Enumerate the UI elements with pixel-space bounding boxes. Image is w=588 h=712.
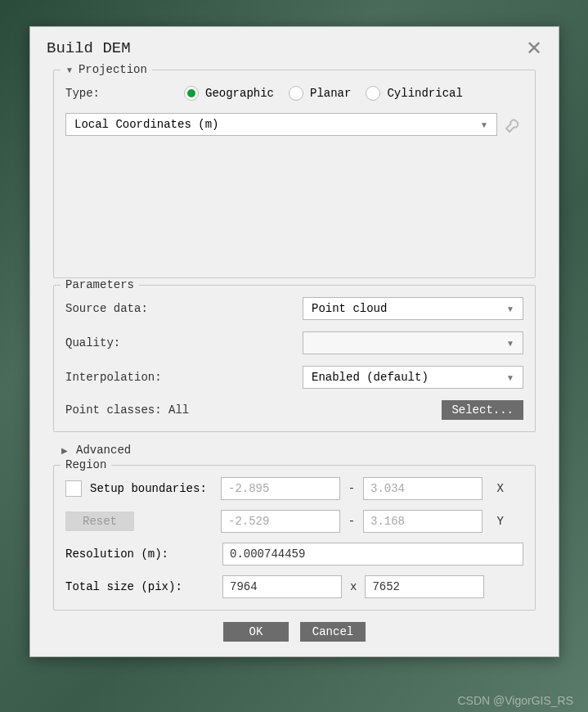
chevron-down-icon: ▼ <box>506 304 514 313</box>
point-classes-label: Point classes: All <box>65 403 442 417</box>
y-min-input[interactable] <box>221 510 340 533</box>
quality-combo[interactable]: ▼ <box>303 331 523 354</box>
dialog-body: ▼ Projection Type: Geographic Planar <box>30 66 559 656</box>
radio-geographic-label: Geographic <box>205 87 274 100</box>
x-axis-label: X <box>489 482 504 495</box>
type-radio-group: Geographic Planar Cylindrical <box>184 86 523 101</box>
quality-row: Quality: ▼ <box>65 331 523 354</box>
resolution-input[interactable] <box>222 543 523 566</box>
radio-planar-label: Planar <box>310 87 351 100</box>
radio-icon <box>289 86 303 101</box>
source-data-row: Source data: Point cloud ▼ <box>65 297 523 320</box>
radio-geographic[interactable]: Geographic <box>184 86 274 101</box>
chevron-right-icon: ▶ <box>61 446 68 455</box>
resolution-row: Resolution (m): <box>65 543 523 566</box>
advanced-header[interactable]: ▶ Advanced <box>53 439 536 465</box>
total-size-row: Total size (pix): x <box>65 575 523 598</box>
parameters-legend: Parameters <box>61 278 139 291</box>
parameters-group: Parameters Source data: Point cloud ▼ Qu… <box>53 285 536 432</box>
radio-icon <box>184 86 199 101</box>
wrench-icon[interactable] <box>504 115 523 134</box>
source-data-label: Source data: <box>65 302 303 315</box>
size-separator: x <box>350 580 357 593</box>
advanced-legend-text: Advanced <box>76 444 131 457</box>
projection-group: ▼ Projection Type: Geographic Planar <box>53 70 536 278</box>
coord-system-combo[interactable]: Local Coordinates (m) ▼ <box>65 113 497 136</box>
quality-label: Quality: <box>65 336 303 349</box>
type-label: Type: <box>65 87 184 100</box>
chevron-down-icon: ▼ <box>480 120 488 129</box>
total-size-w-input[interactable] <box>222 575 342 598</box>
source-data-combo[interactable]: Point cloud ▼ <box>303 297 523 320</box>
total-size-h-input[interactable] <box>365 575 484 598</box>
chevron-down-icon: ▼ <box>506 373 514 382</box>
boundaries-y-row: Reset - Y <box>65 510 523 533</box>
ok-button[interactable]: OK <box>223 622 289 642</box>
dash-separator: - <box>347 515 357 528</box>
region-group: Region Setup boundaries: - X Reset - <box>53 465 536 611</box>
cancel-button[interactable]: Cancel <box>300 622 366 642</box>
type-row: Type: Geographic Planar Cylindrical <box>65 82 523 105</box>
interpolation-combo[interactable]: Enabled (default) ▼ <box>303 366 523 389</box>
chevron-down-icon: ▼ <box>506 339 514 348</box>
reset-area: Reset <box>65 511 214 531</box>
close-icon[interactable]: ✕ <box>526 38 542 58</box>
setup-boundaries-area: Setup boundaries: <box>65 480 214 497</box>
boundaries-x-row: Setup boundaries: - X <box>65 477 523 500</box>
select-button[interactable]: Select... <box>442 400 523 420</box>
dialog-header: Build DEM ✕ <box>30 27 559 66</box>
watermark: CSDN @VigorGIS_RS <box>457 694 573 707</box>
interpolation-row: Interpolation: Enabled (default) ▼ <box>65 366 523 389</box>
total-size-label: Total size (pix): <box>65 580 222 593</box>
interpolation-value: Enabled (default) <box>312 371 429 384</box>
dialog-title: Build DEM <box>47 39 131 57</box>
build-dem-dialog: Build DEM ✕ ▼ Projection Type: Geographi… <box>29 26 559 657</box>
dash-separator: - <box>347 482 357 495</box>
y-max-input[interactable] <box>363 510 483 533</box>
radio-icon <box>366 86 380 101</box>
parameters-legend-text: Parameters <box>65 278 134 291</box>
x-min-input[interactable] <box>221 477 340 500</box>
projection-legend[interactable]: ▼ Projection <box>61 63 152 76</box>
y-axis-label: Y <box>489 515 504 528</box>
region-legend-text: Region <box>65 458 106 471</box>
x-max-input[interactable] <box>363 477 483 500</box>
radio-cylindrical[interactable]: Cylindrical <box>366 86 462 101</box>
setup-boundaries-label: Setup boundaries: <box>90 482 207 495</box>
region-legend: Region <box>61 458 111 471</box>
interpolation-label: Interpolation: <box>65 371 303 384</box>
point-classes-row: Point classes: All Select... <box>65 400 523 420</box>
dialog-footer: OK Cancel <box>53 617 536 645</box>
radio-cylindrical-label: Cylindrical <box>387 87 462 100</box>
projection-legend-text: Projection <box>79 63 147 76</box>
coord-system-value: Local Coordinates (m) <box>74 118 218 131</box>
setup-boundaries-checkbox[interactable] <box>65 480 82 497</box>
source-data-value: Point cloud <box>312 302 387 315</box>
coord-system-row: Local Coordinates (m) ▼ <box>65 113 523 136</box>
radio-planar[interactable]: Planar <box>289 86 351 101</box>
chevron-down-icon: ▼ <box>65 65 74 74</box>
reset-button: Reset <box>65 511 134 531</box>
resolution-label: Resolution (m): <box>65 548 222 561</box>
